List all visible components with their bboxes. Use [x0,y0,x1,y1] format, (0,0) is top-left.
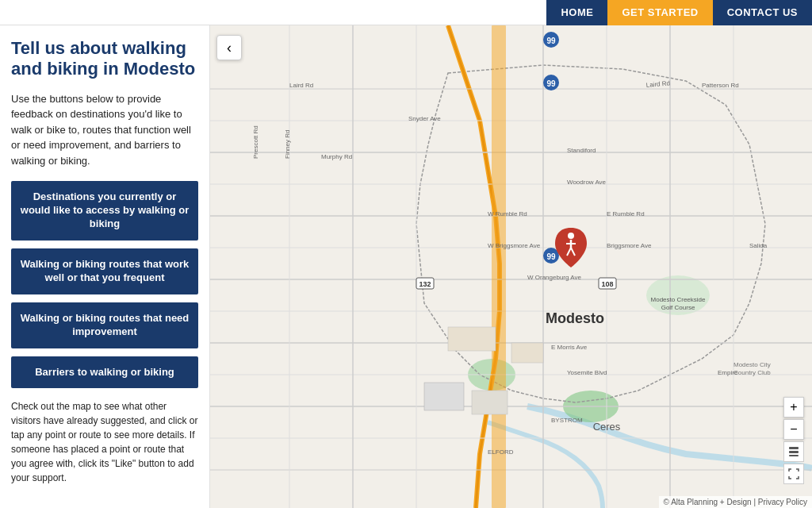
map-container[interactable]: ‹ [210,25,812,508]
map-back-button[interactable]: ‹ [216,35,242,60]
svg-text:E Rumble Rd: E Rumble Rd [607,210,645,217]
svg-text:Yosemite Blvd: Yosemite Blvd [567,369,607,376]
svg-text:Country Club: Country Club [733,369,771,376]
barriers-button[interactable]: Barriers to walking or biking [11,356,198,389]
svg-text:Prescott Rd: Prescott Rd [252,125,259,159]
fullscreen-button[interactable] [783,464,804,484]
svg-text:Woodrow Ave: Woodrow Ave [567,179,607,186]
svg-rect-61 [511,343,543,363]
svg-text:W Orangeburg Ave: W Orangeburg Ave [527,274,581,281]
fullscreen-icon [788,468,799,479]
main-layout: Tell us about walking and biking in Mode… [0,25,812,508]
destinations-button[interactable]: Destinations you currently or would like… [11,181,198,241]
routes-improve-button[interactable]: Walking or biking routes that need impro… [11,302,198,348]
routes-well-button[interactable]: Walking or biking routes that work well … [11,248,198,294]
svg-text:Modesto: Modesto [546,310,604,326]
svg-text:99: 99 [546,79,556,88]
svg-text:Patterson Rd: Patterson Rd [702,82,739,89]
svg-rect-68 [789,455,799,456]
header: HOME GET STARTED CONTACT US [0,0,812,25]
svg-text:BYSTROM: BYSTROM [551,417,583,424]
svg-rect-24 [492,25,506,508]
svg-text:108: 108 [601,280,613,288]
home-button[interactable]: HOME [546,0,607,25]
svg-point-39 [568,233,574,239]
layers-button[interactable] [783,441,804,462]
zoom-in-button[interactable]: + [783,397,804,418]
contact-button[interactable]: CONTACT US [713,0,812,25]
map-background: 99 99 99 132 108 Modesto Ceres Modesto C… [210,25,812,508]
svg-text:99: 99 [546,37,556,45]
svg-text:Modesto City: Modesto City [733,361,771,368]
sidebar-description: Use the buttons below to provide feedbac… [11,91,198,169]
svg-text:Standiford: Standiford [567,147,596,154]
svg-text:Laird Rd: Laird Rd [289,82,313,89]
svg-rect-67 [789,451,799,453]
map-controls: + − [783,397,804,484]
svg-rect-63 [472,391,508,414]
svg-rect-62 [424,383,464,410]
svg-text:W Rumble Rd: W Rumble Rd [488,210,527,217]
svg-text:132: 132 [419,280,431,288]
layers-icon [787,445,800,458]
svg-text:99: 99 [546,252,556,261]
svg-text:Snyder Ave: Snyder Ave [408,115,441,122]
get-started-button[interactable]: GET STARTED [607,0,712,25]
svg-text:Modesto Creekside: Modesto Creekside [651,296,706,303]
map-attribution: © Alta Planning + Design | Privacy Polic… [659,496,812,508]
svg-text:ELFORD: ELFORD [488,448,514,456]
page-title: Tell us about walking and biking in Mode… [11,38,198,80]
svg-rect-60 [448,327,496,351]
svg-text:Briggsmore Ave: Briggsmore Ave [607,242,652,249]
svg-text:Ceres: Ceres [593,421,621,433]
svg-rect-0 [210,25,812,508]
svg-text:Finney Rd: Finney Rd [284,130,291,159]
zoom-out-button[interactable]: − [783,419,804,440]
svg-text:Murphy Rd: Murphy Rd [321,153,352,160]
svg-text:E Morris Ave: E Morris Ave [551,344,588,351]
back-arrow-icon: ‹ [227,40,232,56]
sidebar-footer-text: Check out the map to see what other visi… [11,399,198,485]
svg-text:Golf Course: Golf Course [661,304,695,311]
sidebar: Tell us about walking and biking in Mode… [0,25,210,508]
svg-text:W Briggsmore Ave: W Briggsmore Ave [488,242,541,249]
svg-rect-66 [789,447,799,449]
map-svg: 99 99 99 132 108 Modesto Ceres Modesto C… [210,25,812,508]
svg-text:Salida: Salida [749,242,768,249]
